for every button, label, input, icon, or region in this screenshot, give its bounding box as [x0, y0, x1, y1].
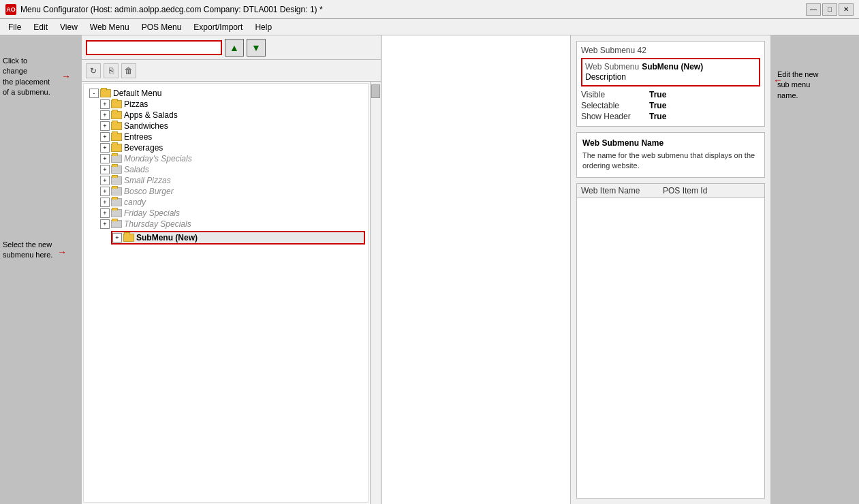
tree-item-candy[interactable]: + candy — [87, 197, 365, 208]
tree-item-beverages[interactable]: + Beverages — [87, 142, 365, 153]
candy-expand[interactable]: + — [100, 198, 110, 207]
tree-item-bosco[interactable]: + Bosco Burger — [87, 186, 365, 197]
new-submenu-folder-icon — [123, 234, 134, 242]
friday-folder-icon — [111, 209, 122, 217]
submenu-name-row: Web Submenu SubMenu (New) — [585, 62, 756, 72]
menu-bar: File Edit View Web Menu POS Menu Export/… — [0, 19, 859, 35]
new-submenu-expand[interactable]: + — [112, 233, 122, 242]
items-table-header: Web Item Name POS Item Id — [577, 184, 764, 198]
bosco-folder-icon — [111, 187, 122, 195]
tree-area[interactable]: - Default Menu + Pizzas + Apps & Salads — [83, 83, 369, 503]
candy-label: candy — [124, 198, 146, 207]
menu-pos-menu[interactable]: POS Menu — [136, 21, 187, 33]
salads-expand[interactable]: + — [100, 165, 110, 174]
tree-item-small-pizzas[interactable]: + Small Pizzas — [87, 175, 365, 186]
beverages-label: Beverages — [124, 143, 163, 153]
annotation-arrow-bottom: → — [57, 247, 67, 257]
tree-item-entrees[interactable]: + Entrees — [87, 131, 365, 142]
tree-item-new-submenu[interactable]: + SubMenu (New) — [111, 231, 365, 245]
apps-expand[interactable]: + — [100, 110, 110, 120]
entrees-folder-icon — [111, 133, 122, 141]
pizzas-folder-icon — [111, 100, 122, 108]
pizzas-label: Pizzas — [124, 99, 148, 109]
tree-item-apps[interactable]: + Apps & Salads — [87, 110, 365, 121]
close-button[interactable]: ✕ — [839, 3, 854, 16]
scroll-thumb[interactable] — [371, 84, 380, 98]
submenu-name-value: SubMenu (New) — [642, 62, 703, 72]
root-label: Default Menu — [113, 89, 161, 98]
search-input[interactable] — [86, 40, 222, 55]
right-annotations: Edit the new sub menu name. ← — [770, 35, 859, 504]
small-pizzas-expand[interactable]: + — [100, 176, 110, 185]
menu-edit[interactable]: Edit — [28, 21, 53, 33]
mondays-expand[interactable]: + — [100, 154, 110, 163]
tree-toolbar: ▲ ▼ — [82, 35, 381, 60]
tree-scrollbar[interactable] — [370, 82, 381, 504]
sandwiches-folder-icon — [111, 122, 122, 130]
maximize-button[interactable]: □ — [822, 3, 837, 16]
friday-label: Friday Specials — [124, 208, 180, 218]
root-expand[interactable]: - — [89, 89, 99, 98]
annotation-edit-name: Edit the new sub menu name. — [777, 69, 819, 101]
selectable-label: Selectable — [581, 101, 649, 110]
menu-view[interactable]: View — [54, 21, 83, 33]
visible-value: True — [649, 90, 666, 99]
copy-button[interactable]: ⎘ — [104, 63, 119, 78]
minimize-button[interactable]: — — [806, 3, 821, 16]
show-header-value: True — [649, 112, 666, 121]
beverages-folder-icon — [111, 144, 122, 152]
annotation-arrow-right: ← — [773, 75, 783, 86]
apps-folder-icon — [111, 111, 122, 119]
thursday-folder-icon — [111, 220, 122, 228]
tree-item-friday[interactable]: + Friday Specials — [87, 208, 365, 219]
beverages-expand[interactable]: + — [100, 143, 110, 153]
main-container: Click to change the placement of a subme… — [0, 35, 859, 504]
friday-expand[interactable]: + — [100, 208, 110, 218]
delete-button[interactable]: 🗑 — [121, 63, 136, 78]
refresh-button[interactable]: ↻ — [86, 63, 101, 78]
menu-help[interactable]: Help — [249, 21, 277, 33]
thursday-expand[interactable]: + — [100, 219, 110, 229]
description-row: Description — [585, 72, 756, 82]
menu-file[interactable]: File — [3, 21, 27, 33]
annotation-arrow-top: → — [61, 71, 71, 82]
move-up-button[interactable]: ▲ — [225, 39, 244, 57]
tree-item-pizzas[interactable]: + Pizzas — [87, 99, 365, 110]
description-label: Description — [585, 72, 626, 82]
app-icon: AO — [5, 4, 16, 15]
sandwiches-expand[interactable]: + — [100, 121, 110, 131]
tree-item-salads[interactable]: + Salads — [87, 164, 365, 175]
sub-toolbar: ↻ ⎘ 🗑 — [82, 60, 381, 82]
menu-web-menu[interactable]: Web Menu — [84, 21, 135, 33]
title-bar: AO Menu Configurator (Host: admin.aolpp.… — [0, 0, 859, 19]
title-bar-controls[interactable]: — □ ✕ — [806, 3, 854, 16]
show-header-label: Show Header — [581, 112, 649, 121]
center-area — [381, 35, 571, 504]
tree-item-thursday[interactable]: + Thursday Specials — [87, 219, 365, 230]
menu-export-import[interactable]: Export/Import — [188, 21, 248, 33]
candy-folder-icon — [111, 198, 122, 206]
bosco-expand[interactable]: + — [100, 187, 110, 196]
move-down-button[interactable]: ▼ — [247, 39, 266, 57]
salads-folder-icon — [111, 166, 122, 174]
name-box-title: Web Submenu Name — [582, 138, 759, 148]
show-header-row: Show Header True — [581, 111, 760, 122]
pizzas-expand[interactable]: + — [100, 99, 110, 109]
title-bar-text: Menu Configurator (Host: admin.aolpp.aed… — [20, 5, 323, 14]
properties-box: Web Submenu 42 Web Submenu SubMenu (New)… — [576, 41, 765, 127]
tree-item-sandwiches[interactable]: + Sandwiches — [87, 121, 365, 131]
small-pizzas-folder-icon — [111, 176, 122, 185]
entrees-label: Entrees — [124, 132, 152, 142]
name-box-desc: The name for the web submenu that displa… — [582, 151, 759, 172]
entrees-expand[interactable]: + — [100, 132, 110, 142]
tree-root[interactable]: - Default Menu — [87, 88, 365, 99]
tree-item-mondays[interactable]: + Monday's Specials — [87, 153, 365, 164]
mondays-folder-icon — [111, 155, 122, 163]
visible-label: Visible — [581, 90, 649, 99]
sandwiches-label: Sandwiches — [124, 121, 168, 131]
prop-edit-box: Web Submenu SubMenu (New) Description — [581, 58, 760, 86]
tree-container: - Default Menu + Pizzas + Apps & Salads — [82, 82, 381, 504]
name-box: Web Submenu Name The name for the web su… — [576, 132, 765, 178]
annotation-submenu-select: Select the new submenu here. — [3, 240, 52, 261]
new-submenu-label: SubMenu (New) — [136, 233, 198, 242]
